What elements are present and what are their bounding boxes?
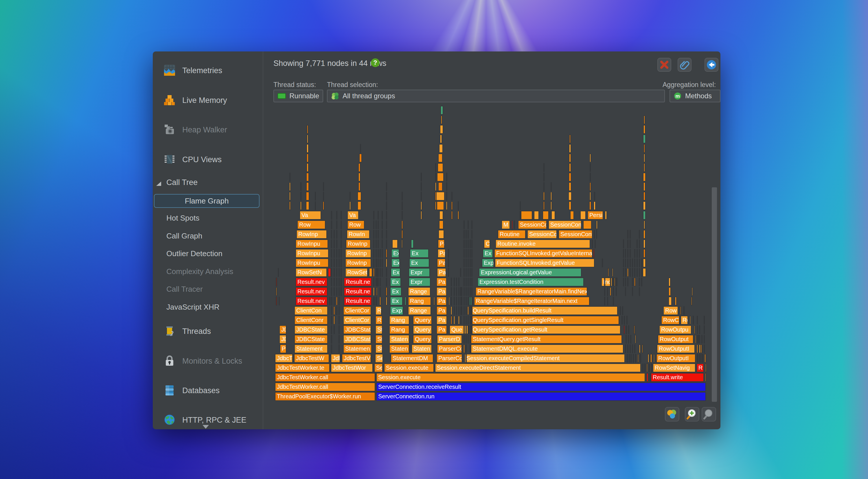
flame-frame-small[interactable] <box>551 182 552 191</box>
flame-frame-small[interactable] <box>464 306 465 315</box>
flame-frame-small[interactable] <box>630 354 631 363</box>
flame-frame-small[interactable] <box>699 325 700 334</box>
back-button[interactable] <box>705 58 718 72</box>
flame-frame-small[interactable] <box>635 354 636 363</box>
flame-frame[interactable]: Ex <box>390 277 401 286</box>
flame-frame-small[interactable] <box>341 259 342 267</box>
flame-frame-small[interactable] <box>635 335 636 344</box>
flame-frame[interactable]: Query <box>413 325 432 334</box>
colorize-button[interactable] <box>665 407 679 421</box>
flame-frame-small[interactable] <box>464 316 465 324</box>
flame-frame-small[interactable] <box>331 297 332 306</box>
flame-frame[interactable]: RowInp <box>345 249 371 258</box>
flame-frame-small[interactable] <box>341 277 342 286</box>
flame-frame-small[interactable] <box>421 173 422 181</box>
flame-frame-small[interactable] <box>334 277 335 286</box>
flame-frame[interactable]: Session.execute <box>384 363 434 372</box>
flame-frame-small[interactable] <box>471 325 473 334</box>
flame-frame-small[interactable] <box>402 211 403 220</box>
flame-frame-small[interactable] <box>463 344 465 353</box>
flame-frame[interactable]: Session.executeCompiledStatement <box>464 354 625 363</box>
flame-frame-small[interactable] <box>451 287 452 296</box>
flame-frame[interactable]: St <box>375 325 382 334</box>
flame-frame-small[interactable] <box>433 297 435 306</box>
flame-frame-small[interactable] <box>471 316 472 324</box>
flame-frame-small[interactable] <box>421 211 422 220</box>
flame-frame-small[interactable] <box>386 230 387 239</box>
flame-frame-small[interactable] <box>341 230 342 239</box>
flame-frame-small[interactable] <box>466 259 467 267</box>
flame-frame-small[interactable] <box>594 192 595 201</box>
flame-frame-small[interactable] <box>569 134 571 143</box>
flame-frame-small[interactable] <box>697 335 698 344</box>
flame-frame-small[interactable] <box>625 259 626 267</box>
flame-frame-small[interactable] <box>468 325 469 334</box>
flame-frame-small[interactable] <box>634 344 636 353</box>
flame-frame-small[interactable] <box>339 306 340 315</box>
flame-frame[interactable]: SessionConte <box>548 220 582 229</box>
flame-frame-small[interactable] <box>454 306 455 315</box>
flame-frame-small[interactable] <box>331 306 333 315</box>
flame-frame-small[interactable] <box>691 297 692 306</box>
flame-frame[interactable]: RangeVariable$RangeIteratorMain.next <box>474 297 590 306</box>
flame-frame-small[interactable] <box>643 239 646 248</box>
flame-frame[interactable]: JDBCState <box>294 325 328 334</box>
flame-frame-small[interactable] <box>471 249 472 258</box>
flame-frame-small[interactable] <box>471 239 472 248</box>
flame-frame-small[interactable] <box>421 192 422 201</box>
flame-frame-small[interactable] <box>331 259 332 267</box>
flame-frame-small[interactable] <box>315 201 316 210</box>
flame-frame-small[interactable] <box>638 354 639 363</box>
flame-frame[interactable]: QuerySpecification.buildResult <box>471 306 618 315</box>
flame-frame[interactable]: Staten <box>389 335 409 344</box>
flame-frame-small[interactable] <box>470 306 471 315</box>
flame-frame-small[interactable] <box>464 259 465 267</box>
flame-frame-small[interactable] <box>376 297 377 306</box>
flame-frame-small[interactable] <box>470 249 471 258</box>
flame-frame-small[interactable] <box>331 220 332 229</box>
flame-frame-small[interactable] <box>307 125 308 134</box>
flame-frame-small[interactable] <box>470 344 471 353</box>
flame-frame-small[interactable] <box>466 230 467 239</box>
flame-frame-small[interactable] <box>616 287 617 296</box>
flame-frame-small[interactable] <box>448 259 449 267</box>
sidebar-item-complexity-analysis[interactable]: Complexity Analysis <box>166 267 233 276</box>
flame-frame-small[interactable] <box>315 192 316 201</box>
flame-frame-small[interactable] <box>456 306 457 315</box>
flame-frame-small[interactable] <box>386 201 387 210</box>
flame-frame-small[interactable] <box>439 211 443 220</box>
flame-frame-small[interactable] <box>471 297 472 306</box>
flame-frame-small[interactable] <box>623 239 624 248</box>
flame-frame-small[interactable] <box>376 220 377 229</box>
flame-frame[interactable]: Pa <box>436 306 447 315</box>
flame-frame-small[interactable] <box>675 297 677 306</box>
flame-frame[interactable]: Ex <box>391 259 400 267</box>
flame-frame-small[interactable] <box>568 201 571 210</box>
flame-frame[interactable]: RowOutpu <box>659 325 691 334</box>
flame-frame-small[interactable] <box>623 268 624 277</box>
flame-frame-small[interactable] <box>514 220 515 229</box>
flame-frame-small[interactable] <box>341 211 342 220</box>
flame-frame[interactable]: Staten <box>389 344 409 353</box>
flame-frame-small[interactable] <box>358 173 361 181</box>
flame-frame[interactable]: Row <box>297 220 326 229</box>
flame-frame-small[interactable] <box>643 230 646 239</box>
flame-frame-small[interactable] <box>341 268 342 277</box>
flame-frame-small[interactable] <box>435 182 436 191</box>
flame-frame-small[interactable] <box>625 287 626 296</box>
flame-frame-small[interactable] <box>336 268 337 277</box>
flame-frame-small[interactable] <box>643 201 646 210</box>
flame-frame[interactable]: Pa <box>436 316 447 324</box>
flame-frame-small[interactable] <box>468 230 469 239</box>
flame-frame-small[interactable] <box>373 259 374 267</box>
flame-frame-small[interactable] <box>669 297 672 306</box>
flame-frame-small[interactable] <box>454 316 455 324</box>
flame-frame[interactable]: Pa <box>436 325 447 334</box>
flame-frame-small[interactable] <box>468 277 469 286</box>
flame-frame-small[interactable] <box>334 287 335 296</box>
zoom-out-button[interactable] <box>702 407 716 421</box>
flame-frame[interactable]: Query <box>413 316 432 324</box>
flame-frame-small[interactable] <box>334 268 335 277</box>
sidebar-item-threads[interactable]: Threads <box>182 327 211 336</box>
sidebar-item-telemetries[interactable]: Telemetries <box>182 66 222 75</box>
